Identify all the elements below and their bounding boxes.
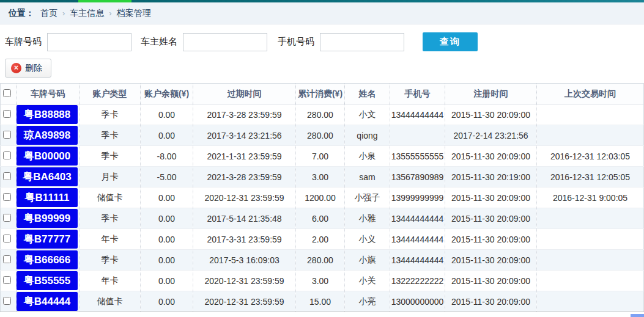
license-plate-badge[interactable]: 粤B11111 <box>17 188 78 207</box>
balance-cell: 0.00 <box>141 208 193 229</box>
register-time-cell: 2015-11-30 20:09:00 <box>445 104 537 125</box>
row-checkbox[interactable] <box>3 297 11 305</box>
breadcrumb-item-home[interactable]: 首页 <box>40 8 57 19</box>
expire-time-cell: 2021-3-28 23:59:59 <box>193 167 296 188</box>
row-checkbox-cell <box>1 229 17 250</box>
table-body: 粤B88888 季卡 0.00 2017-3-28 23:59:59 280.0… <box>1 104 644 312</box>
expire-time-cell: 2020-12-31 23:59:59 <box>193 188 296 208</box>
phone-cell: 13999999999 <box>390 188 445 208</box>
expire-time-cell: 2020-12-31 23:59:59 <box>193 291 296 312</box>
account-type-cell: 储值卡 <box>80 188 141 208</box>
phone-cell: 13222222222 <box>390 271 445 291</box>
expire-time-cell: 2017-5-3 16:09:03 <box>193 250 296 271</box>
owner-name-label: 车主姓名 <box>141 36 177 48</box>
last-trade-time-cell <box>537 250 644 271</box>
column-header: 姓名 <box>345 84 390 104</box>
account-type-cell: 年卡 <box>80 229 141 250</box>
balance-cell: 0.00 <box>141 188 193 208</box>
balance-cell: 0.00 <box>141 271 193 291</box>
phone-number-label: 手机号码 <box>278 36 314 48</box>
row-checkbox[interactable] <box>3 255 11 263</box>
account-type-cell: 年卡 <box>80 271 141 291</box>
phone-number-input[interactable] <box>320 33 404 51</box>
row-checkbox[interactable] <box>3 131 11 139</box>
consumed-cell: 15.00 <box>296 291 345 312</box>
account-type-cell: 季卡 <box>80 250 141 271</box>
select-all-checkbox[interactable] <box>3 89 11 97</box>
plate-number-input[interactable] <box>47 33 131 51</box>
license-plate-badge[interactable]: 粤BA6403 <box>17 167 78 186</box>
row-checkbox-cell <box>1 146 17 167</box>
license-plate-badge[interactable]: 粤B55555 <box>17 271 78 290</box>
table-row: 粤B99999 季卡 0.00 2017-5-14 21:35:48 6.00 … <box>1 208 644 229</box>
name-cell: 小亮 <box>345 291 390 312</box>
account-type-cell: 季卡 <box>80 125 141 146</box>
table-row: 琼A89898 季卡 0.00 2017-3-14 23:21:56 280.0… <box>1 125 644 146</box>
table-row: 粤B44444 储值卡 0.00 2020-12-31 23:59:59 15.… <box>1 291 644 312</box>
license-plate-badge[interactable]: 粤B66666 <box>17 250 78 269</box>
license-plate-badge[interactable]: 粤B00000 <box>17 147 78 166</box>
row-checkbox[interactable] <box>3 235 11 242</box>
balance-cell: 0.00 <box>141 229 193 250</box>
phone-cell: 13000000000 <box>390 291 445 312</box>
license-plate-badge[interactable]: 粤B44444 <box>17 292 78 311</box>
breadcrumb-item-owner-info[interactable]: 车主信息 <box>70 8 104 19</box>
column-header: 注册时间 <box>445 84 537 104</box>
account-type-cell: 季卡 <box>80 146 141 167</box>
horizontal-scrollbar-thumb[interactable] <box>631 314 644 317</box>
table-header: 车牌号码账户类型账户余额(¥)过期时间累计消费(¥)姓名手机号注册时间上次交易时… <box>1 84 644 104</box>
table-row: 粤B77777 年卡 0.00 2017-3-31 23:59:59 2.00 … <box>1 229 644 250</box>
license-plate-badge[interactable]: 粤B99999 <box>17 209 78 228</box>
expire-time-cell: 2020-12-31 23:59:59 <box>193 271 296 291</box>
consumed-cell: 3.00 <box>296 271 345 291</box>
row-checkbox[interactable] <box>3 214 11 222</box>
row-checkbox-cell <box>1 208 17 229</box>
expire-time-cell: 2017-3-28 23:59:59 <box>193 104 296 125</box>
name-cell: 小雅 <box>345 208 390 229</box>
register-time-cell: 2015-11-30 20:09:00 <box>445 188 537 208</box>
last-trade-time-cell <box>537 229 644 250</box>
consumed-cell: 280.00 <box>296 250 345 271</box>
expire-time-cell: 2021-1-31 23:59:59 <box>193 146 296 167</box>
license-plate-badge[interactable]: 粤B88888 <box>17 105 78 124</box>
phone-cell: 13444444444 <box>390 229 445 250</box>
last-trade-time-cell <box>537 291 644 312</box>
column-header: 过期时间 <box>193 84 296 104</box>
row-checkbox[interactable] <box>3 110 11 118</box>
last-trade-time-cell: 2016-12-31 9:00:05 <box>537 188 644 208</box>
balance-cell: 0.00 <box>141 104 193 125</box>
phone-cell: 13444444444 <box>390 250 445 271</box>
consumed-cell: 6.00 <box>296 208 345 229</box>
row-checkbox[interactable] <box>3 276 11 284</box>
query-button[interactable]: 查询 <box>423 32 478 51</box>
consumed-cell: 280.00 <box>296 104 345 125</box>
account-type-cell: 季卡 <box>80 208 141 229</box>
row-checkbox[interactable] <box>3 172 11 180</box>
phone-cell: 13444444444 <box>390 208 445 229</box>
phone-cell: 13567890989 <box>390 167 445 188</box>
table-row: 粤B66666 季卡 0.00 2017-5-3 16:09:03 280.00… <box>1 250 644 271</box>
row-checkbox-cell <box>1 271 17 291</box>
last-trade-time-cell <box>537 208 644 229</box>
balance-cell: -8.00 <box>141 146 193 167</box>
name-cell: 小泉 <box>345 146 390 167</box>
row-checkbox[interactable] <box>3 193 11 201</box>
row-checkbox[interactable] <box>3 151 11 159</box>
owner-name-input[interactable] <box>183 33 267 51</box>
consumed-cell: 3.00 <box>296 167 345 188</box>
row-checkbox-cell <box>1 188 17 208</box>
phone-cell: 13555555555 <box>390 146 445 167</box>
delete-button[interactable]: × 删除 <box>5 59 51 78</box>
column-header: 累计消费(¥) <box>296 84 345 104</box>
loading-progress-segment <box>78 0 131 2</box>
last-trade-time-cell <box>537 271 644 291</box>
breadcrumb-location-label: 位置： <box>9 8 34 19</box>
last-trade-time-cell: 2016-12-31 12:05:05 <box>537 167 644 188</box>
row-checkbox-cell <box>1 250 17 271</box>
breadcrumb-item-archive-mgmt[interactable]: 档案管理 <box>117 8 151 19</box>
license-plate-badge[interactable]: 粤B77777 <box>17 230 78 249</box>
owners-table: 车牌号码账户类型账户余额(¥)过期时间累计消费(¥)姓名手机号注册时间上次交易时… <box>0 83 644 312</box>
license-plate-badge[interactable]: 琼A89898 <box>17 126 78 145</box>
chevron-right-icon: › <box>109 9 111 18</box>
name-cell: 小关 <box>345 271 390 291</box>
